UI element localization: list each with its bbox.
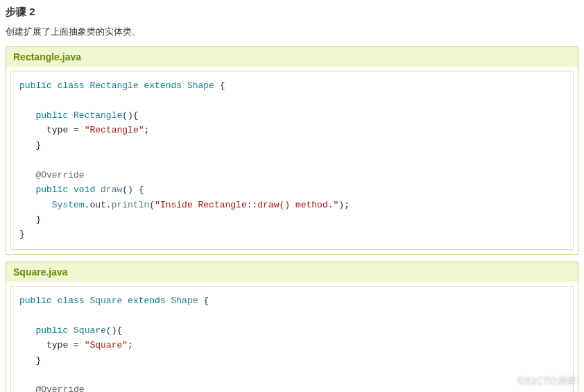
identifier-type: type [46, 125, 68, 135]
constructor-name: Rectangle [74, 110, 122, 121]
keyword-class: class [58, 80, 85, 91]
code-container-square: Square.java public class Square extends … [6, 262, 578, 392]
keyword-public: public [19, 80, 52, 91]
class-name: Rectangle [89, 80, 138, 91]
keyword-public: public [35, 110, 68, 121]
file-title: Rectangle.java [6, 47, 578, 67]
class-shape: Shape [187, 80, 214, 91]
step-heading: 步骤 2 [6, 6, 578, 19]
identifier-out: out [89, 200, 105, 210]
keyword-public: public [35, 325, 68, 336]
identifier-type: type [46, 340, 68, 350]
annotation-override: @Override [35, 384, 84, 392]
step-description: 创建扩展了上面抽象类的实体类。 [6, 26, 578, 38]
string-literal: "Rectangle" [85, 125, 144, 135]
method-println: println [112, 200, 150, 210]
keyword-extends: extends [128, 296, 166, 306]
keyword-public: public [35, 185, 68, 195]
class-shape: Shape [171, 296, 198, 306]
keyword-public: public [19, 296, 52, 306]
string-literal: "Inside Rectangle::draw() method." [155, 200, 338, 210]
constructor-name: Square [74, 325, 106, 336]
keyword-class: class [58, 296, 85, 306]
code-container-rectangle: Rectangle.java public class Rectangle ex… [6, 46, 578, 255]
annotation-override: @Override [35, 170, 84, 180]
code-block-rectangle: public class Rectangle extends Shape { p… [10, 71, 574, 250]
code-block-square: public class Square extends Shape { publ… [10, 286, 574, 392]
file-title: Square.java [6, 262, 578, 282]
identifier-system: System [52, 200, 85, 210]
class-name: Square [89, 296, 122, 306]
keyword-extends: extends [144, 80, 182, 91]
string-literal: "Square" [85, 340, 128, 350]
keyword-void: void [74, 185, 95, 195]
method-draw: draw [101, 185, 122, 195]
